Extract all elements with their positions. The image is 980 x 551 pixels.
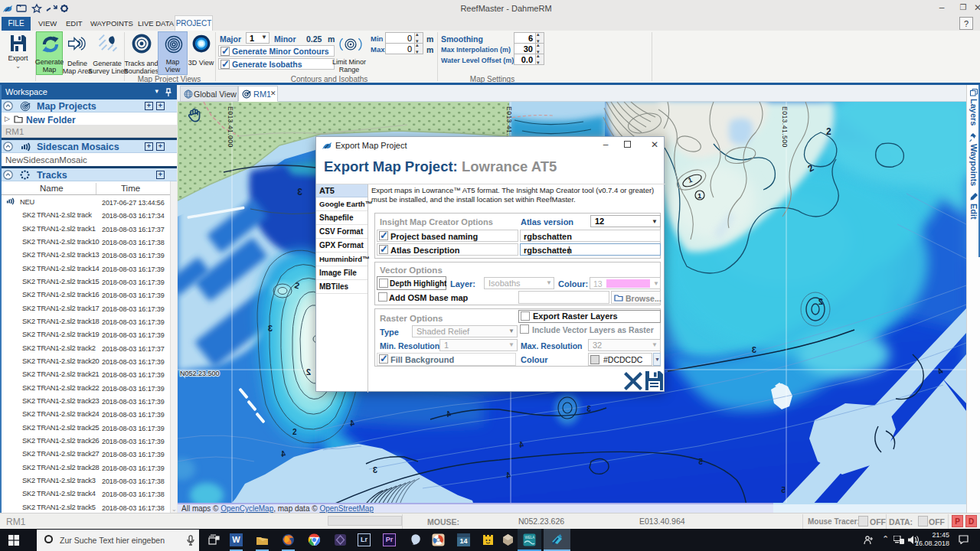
svg-text:3: 3 [752, 345, 756, 354]
svg-text:5: 5 [698, 458, 703, 466]
svg-text:3: 3 [373, 465, 377, 474]
svg-text:2: 2 [826, 126, 831, 137]
svg-text:4: 4 [281, 450, 286, 458]
svg-text:2: 2 [818, 297, 823, 306]
svg-text:2: 2 [292, 428, 297, 436]
svg-text:4: 4 [350, 419, 354, 428]
svg-text:4: 4 [506, 471, 511, 480]
svg-text:4: 4 [519, 441, 524, 449]
svg-text:4: 4 [446, 410, 451, 419]
svg-text:3: 3 [268, 324, 273, 333]
svg-text:5: 5 [781, 486, 786, 494]
svg-text:E013.41.500: E013.41.500 [781, 106, 789, 148]
svg-text:E013.41.000: E013.41.000 [227, 106, 234, 148]
svg-text:1: 1 [697, 191, 702, 200]
svg-text:WELA: WELA [525, 536, 535, 540]
svg-text:2: 2 [306, 367, 311, 377]
svg-text:N052.23.500: N052.23.500 [180, 370, 220, 377]
svg-text:3: 3 [586, 405, 591, 413]
svg-text:3: 3 [297, 187, 302, 197]
